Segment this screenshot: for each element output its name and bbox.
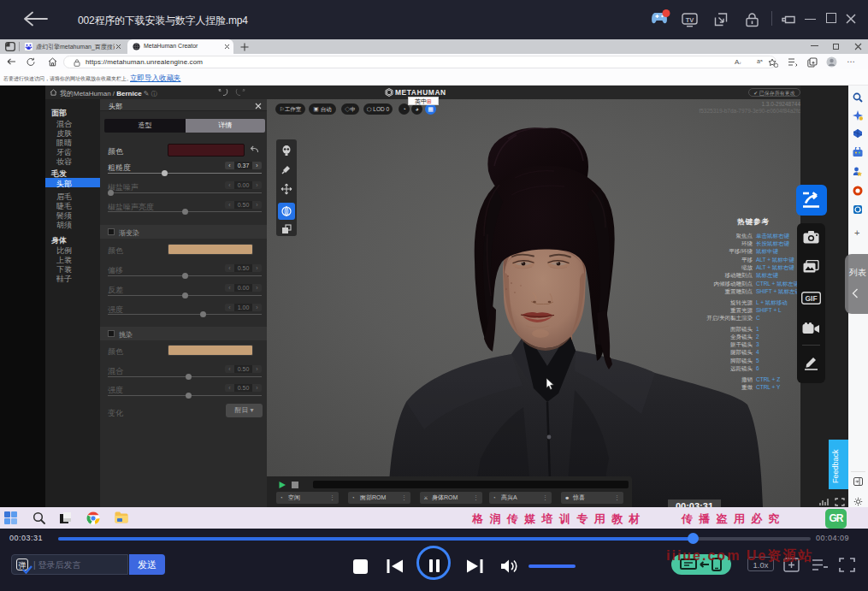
svg-text:TV: TV — [686, 16, 694, 24]
svg-text:METAHUMAN: METAHUMAN — [395, 88, 446, 97]
svg-text:GIF: GIF — [805, 294, 817, 303]
